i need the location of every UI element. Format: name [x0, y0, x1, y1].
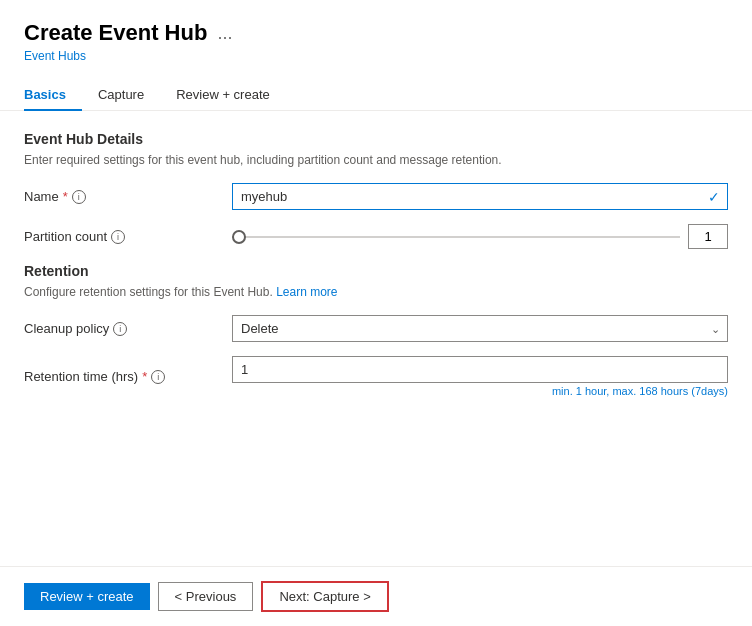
cleanup-info-icon[interactable]: i [113, 322, 127, 336]
page-title: Create Event Hub [24, 20, 207, 46]
retention-time-label: Retention time (hrs) * i [24, 369, 224, 384]
content-area: Event Hub Details Enter required setting… [0, 111, 752, 566]
cleanup-label: Cleanup policy i [24, 321, 224, 336]
retention-section: Retention Configure retention settings f… [24, 263, 728, 299]
next-capture-button[interactable]: Next: Capture > [261, 581, 388, 612]
tabs-bar: Basics Capture Review + create [0, 63, 752, 111]
form-row-retention-time: Retention time (hrs) * i min. 1 hour, ma… [24, 356, 728, 397]
partition-slider[interactable] [232, 236, 680, 238]
partition-label: Partition count i [24, 229, 224, 244]
form-row-partition: Partition count i [24, 224, 728, 249]
header-title-row: Create Event Hub ... [24, 20, 728, 46]
tab-capture[interactable]: Capture [82, 79, 160, 110]
page-wrapper: Create Event Hub ... Event Hubs Basics C… [0, 0, 752, 626]
form-row-name: Name * i ✓ [24, 183, 728, 210]
retention-time-input[interactable] [232, 356, 728, 383]
header: Create Event Hub ... Event Hubs [0, 0, 752, 63]
required-star-name: * [63, 189, 68, 204]
check-icon: ✓ [708, 189, 720, 205]
name-input[interactable] [232, 183, 728, 210]
header-ellipsis[interactable]: ... [217, 23, 232, 44]
partition-slider-row [232, 224, 728, 249]
section-description-details: Enter required settings for this event h… [24, 153, 728, 167]
cleanup-select[interactable]: Delete Compact [232, 315, 728, 342]
name-label: Name * i [24, 189, 224, 204]
retention-hint: min. 1 hour, max. 168 hours (7days) [232, 385, 728, 397]
retention-time-info-icon[interactable]: i [151, 370, 165, 384]
learn-more-link[interactable]: Learn more [276, 285, 337, 299]
name-input-wrapper: ✓ [232, 183, 728, 210]
partition-info-icon[interactable]: i [111, 230, 125, 244]
required-star-retention: * [142, 369, 147, 384]
tab-basics[interactable]: Basics [24, 79, 82, 110]
previous-button[interactable]: < Previous [158, 582, 254, 611]
name-info-icon[interactable]: i [72, 190, 86, 204]
tab-review-create[interactable]: Review + create [160, 79, 286, 110]
breadcrumb[interactable]: Event Hubs [24, 49, 86, 63]
form-row-cleanup: Cleanup policy i Delete Compact ⌄ [24, 315, 728, 342]
cleanup-select-wrapper: Delete Compact ⌄ [232, 315, 728, 342]
section-title-details: Event Hub Details [24, 131, 728, 147]
retention-time-input-wrapper: min. 1 hour, max. 168 hours (7days) [232, 356, 728, 397]
section-description-retention: Configure retention settings for this Ev… [24, 285, 728, 299]
review-create-button[interactable]: Review + create [24, 583, 150, 610]
section-title-retention: Retention [24, 263, 728, 279]
partition-value-input[interactable] [688, 224, 728, 249]
footer: Review + create < Previous Next: Capture… [0, 566, 752, 626]
